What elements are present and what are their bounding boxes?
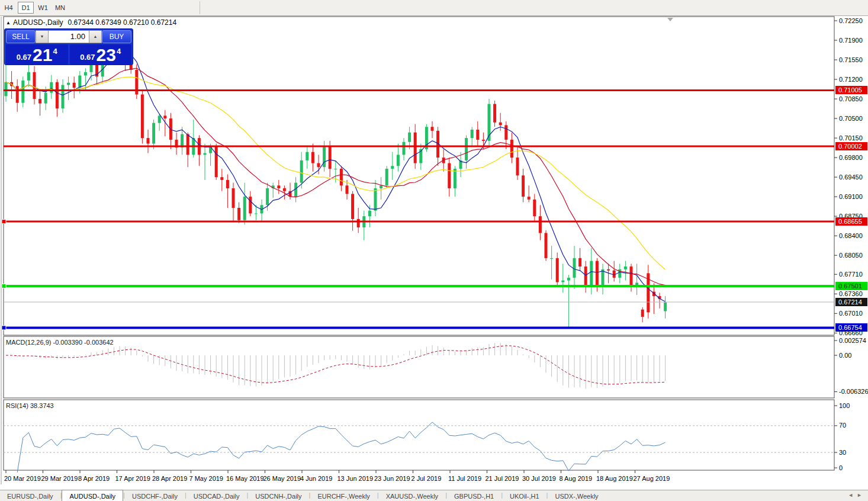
mt4-terminal: { "toolbar": { "timeframes": [ {"label":…	[0, 0, 868, 501]
sell-price-display[interactable]: 0.67214	[6, 44, 68, 65]
macd-values: -0.003390 -0.003642	[53, 339, 113, 346]
tab-usdchf-daily[interactable]: USDCHF-,Daily	[125, 490, 185, 501]
date-label: 30 Jul 2019	[522, 475, 556, 482]
tab-scroll-left-icon[interactable]: ◄	[848, 492, 857, 498]
date-label: 20 Mar 2019	[4, 475, 41, 482]
date-label: 7 May 2019	[189, 475, 223, 482]
price-axis-label: 0.69800	[839, 154, 863, 161]
tab-usdcad-daily[interactable]: USDCAD-,Daily	[187, 490, 247, 501]
price-axis-label: 0.71200	[839, 76, 863, 83]
date-label: 8 Apr 2019	[78, 475, 110, 482]
price-axis-label: 0.67010	[839, 310, 863, 317]
buy-price-pip: 4	[117, 47, 121, 56]
rsi-axis-label: 100	[839, 402, 850, 409]
price-axis-label: 0.70850	[839, 95, 863, 102]
hline-handle-0.68655[interactable]	[2, 220, 6, 224]
tab-usdx-weekly[interactable]: USDX-,Weekly	[548, 490, 605, 501]
chart-title: ▲AUDUSD-,Daily0.67344 0.67349 0.67210 0.…	[6, 18, 176, 27]
sell-button[interactable]: SELL	[6, 30, 36, 43]
hline-handle-0.67501[interactable]	[2, 284, 6, 288]
tab-eurchf-weekly[interactable]: EURCHF-,Weekly	[310, 490, 377, 501]
price-axis-label: 0.67710	[839, 271, 863, 278]
price-tag-0.67501: 0.67501	[835, 282, 867, 290]
one-click-trading-panel: SELL ▼ 1.00 ▲ BUY 0.67214 0.67234	[4, 28, 133, 65]
price-axis-label: 0.67360	[839, 290, 863, 297]
tab-xauusd-weekly[interactable]: XAUUSD-,Weekly	[379, 490, 445, 501]
ohlc-values: 0.67344 0.67349 0.67210 0.67214	[68, 18, 177, 27]
date-label: 26 May 2019	[263, 475, 301, 482]
sell-price-big: 21	[33, 46, 52, 64]
sell-price-prefix: 0.67	[17, 53, 31, 62]
price-axis-label: 0.71900	[839, 37, 863, 44]
macd-axis-label: 0.00	[839, 352, 851, 359]
symbol-tabbar: EURUSD-,Daily|AUDUSD-,Daily|USDCHF-,Dail…	[0, 490, 868, 501]
sell-price-pip: 4	[53, 47, 57, 56]
panel-frame-1	[4, 336, 834, 398]
buy-price-prefix: 0.67	[80, 53, 95, 62]
rsi-axis-label: 0	[839, 464, 843, 471]
rsi-name: RSI(14)	[6, 402, 28, 409]
price-axis-label: 0.72250	[839, 17, 863, 24]
price-axis-label: 0.70150	[839, 134, 863, 142]
tab-gbpusd-h1[interactable]: GBPUSD-,H1	[447, 490, 501, 501]
macd-axis-label: 0.002574	[839, 337, 866, 344]
price-axis-label: 0.70500	[839, 115, 863, 122]
symbol-label: AUDUSD-,Daily	[13, 18, 63, 27]
price-tag-0.68655: 0.68655	[835, 217, 867, 226]
buy-price-display[interactable]: 0.67234	[70, 44, 132, 65]
tab-ukoil-h1[interactable]: UKOil-,H1	[503, 490, 546, 501]
date-label: 2 Jul 2019	[412, 475, 442, 482]
date-label: 16 May 2019	[226, 475, 264, 482]
tab-eurusd-daily[interactable]: EURUSD-,Daily	[0, 490, 60, 501]
volume-input[interactable]: 1.00	[49, 30, 89, 43]
price-tag-0.71005: 0.71005	[835, 86, 867, 94]
date-label: 13 Jun 2019	[337, 475, 374, 482]
buy-price-big: 23	[97, 46, 116, 64]
price-tag-0.70002: 0.70002	[835, 142, 867, 150]
date-label: 29 Mar 2019	[41, 475, 78, 482]
timeframe-button-d1[interactable]: D1	[18, 2, 34, 14]
date-label: 8 Aug 2019	[560, 475, 593, 482]
price-axis-label: 0.69100	[839, 193, 863, 200]
collapse-triangle-icon[interactable]: ▲	[6, 20, 11, 25]
tab-scroll-right-icon[interactable]: ►	[857, 492, 866, 498]
timeframe-button-h4[interactable]: H4	[1, 2, 17, 14]
price-tag-0.67214: 0.67214	[835, 298, 867, 306]
volume-decrease-button[interactable]: ▼	[36, 30, 49, 43]
tab-usdcnh-daily[interactable]: USDCNH-,Daily	[248, 490, 308, 501]
price-tag-0.66754: 0.66754	[835, 323, 867, 332]
rsi-axis-label: 70	[839, 422, 846, 429]
timeframe-toolbar: H4D1W1MN	[0, 0, 868, 16]
price-axis-label: 0.68400	[839, 232, 863, 239]
tab-scroll-arrows[interactable]: ◄►	[848, 492, 866, 498]
tab-audusd-daily[interactable]: AUDUSD-,Daily	[62, 490, 123, 501]
macd-name: MACD(12,26,9)	[6, 339, 51, 346]
timeframe-button-w1[interactable]: W1	[35, 2, 51, 14]
timeframe-button-mn[interactable]: MN	[52, 2, 68, 14]
macd-axis-label: -0.006326	[839, 388, 868, 395]
date-label: 27 Aug 2019	[634, 475, 670, 482]
date-label: 4 Jun 2019	[300, 475, 332, 482]
buy-button[interactable]: BUY	[102, 30, 131, 43]
date-label: 28 Apr 2019	[152, 475, 187, 482]
rsi-axis-label: 30	[839, 449, 846, 456]
date-label: 11 Jul 2019	[448, 475, 481, 482]
price-axis-label: 0.68050	[839, 252, 863, 259]
date-label: 18 Aug 2019	[596, 475, 633, 482]
rsi-label: RSI(14) 38.3743	[6, 402, 54, 409]
price-axis-label: 0.69450	[839, 174, 863, 181]
chart-canvas[interactable]: 20 Mar 201929 Mar 20198 Apr 201917 Apr 2…	[0, 0, 868, 501]
volume-increase-button[interactable]: ▲	[89, 30, 102, 43]
date-label: 23 Jun 2019	[374, 475, 410, 482]
date-label: 21 Jul 2019	[486, 475, 519, 482]
price-axis-label: 0.71550	[839, 56, 863, 63]
date-label: 17 Apr 2019	[115, 475, 150, 482]
macd-label: MACD(12,26,9) -0.003390 -0.003642	[6, 339, 114, 346]
hline-handle-0.66754[interactable]	[2, 326, 6, 330]
rsi-value: 38.3743	[30, 402, 54, 409]
toolbar-divider	[200, 1, 200, 14]
